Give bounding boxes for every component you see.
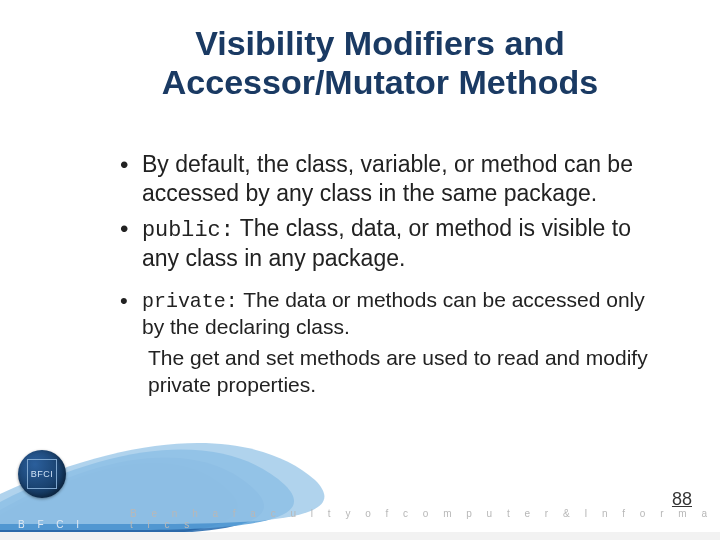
bullet-public: public: The class, data, or method is vi… [120, 214, 660, 273]
institution-badge: BFCI [18, 450, 66, 498]
slide: Visibility Modifiers and Accessor/Mutato… [0, 0, 720, 540]
keyword-public: public: [142, 218, 234, 243]
svg-rect-0 [0, 532, 720, 540]
page-number: 88 [672, 489, 692, 510]
keyword-private: private: [142, 290, 238, 313]
bullet-private: private: The data or methods can be acce… [120, 287, 660, 399]
slide-title: Visibility Modifiers and Accessor/Mutato… [100, 24, 660, 102]
slide-body: By default, the class, variable, or meth… [120, 150, 660, 405]
bullet-private-extra: The get and set methods are used to read… [142, 345, 660, 399]
footer-acronym: B F C I [18, 519, 84, 530]
badge-label: BFCI [27, 459, 57, 489]
bullet-default-text: By default, the class, variable, or meth… [142, 151, 633, 206]
footer-institution: B e n h a f a c u l t y o f c o m p u t … [130, 508, 720, 530]
bullet-default: By default, the class, variable, or meth… [120, 150, 660, 208]
